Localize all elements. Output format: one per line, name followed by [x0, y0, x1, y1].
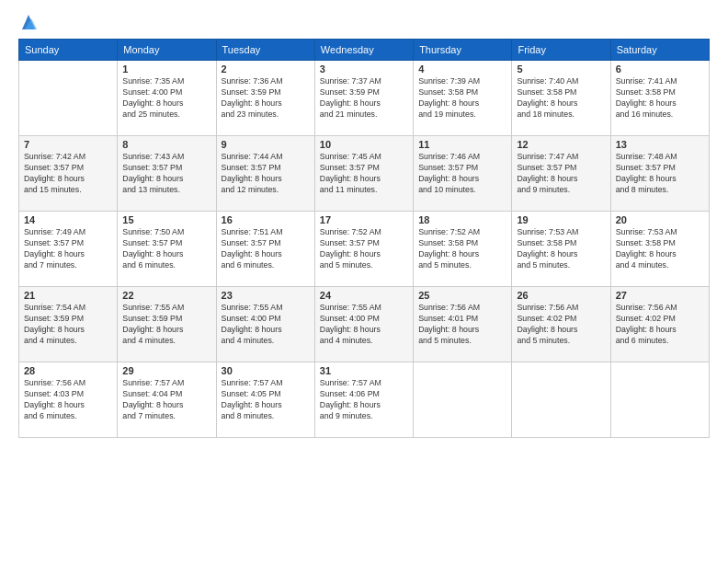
day-number: 9: [222, 139, 310, 150]
calendar-week-row: 1Sunrise: 7:35 AM Sunset: 4:00 PM Daylig…: [19, 61, 710, 136]
calendar-cell: 30Sunrise: 7:57 AM Sunset: 4:05 PM Dayli…: [216, 362, 314, 438]
day-info: Sunrise: 7:55 AM Sunset: 4:00 PM Dayligh…: [222, 303, 310, 347]
weekday-header: Monday: [118, 40, 216, 61]
calendar-cell: 31Sunrise: 7:57 AM Sunset: 4:06 PM Dayli…: [314, 362, 413, 438]
day-info: Sunrise: 7:53 AM Sunset: 3:58 PM Dayligh…: [616, 227, 704, 271]
header: [18, 15, 710, 31]
calendar-cell: 11Sunrise: 7:46 AM Sunset: 3:57 PM Dayli…: [414, 136, 512, 212]
day-info: Sunrise: 7:49 AM Sunset: 3:57 PM Dayligh…: [24, 227, 112, 271]
day-info: Sunrise: 7:56 AM Sunset: 4:03 PM Dayligh…: [24, 378, 112, 422]
calendar-cell: [610, 362, 709, 438]
day-number: 28: [24, 365, 112, 376]
day-info: Sunrise: 7:45 AM Sunset: 3:57 PM Dayligh…: [320, 152, 408, 196]
calendar-cell: 29Sunrise: 7:57 AM Sunset: 4:04 PM Dayli…: [118, 362, 216, 438]
calendar-cell: 19Sunrise: 7:53 AM Sunset: 3:58 PM Dayli…: [512, 212, 610, 287]
day-info: Sunrise: 7:56 AM Sunset: 4:02 PM Dayligh…: [517, 303, 605, 347]
day-number: 5: [517, 63, 605, 75]
day-number: 22: [122, 290, 210, 301]
calendar-cell: 1Sunrise: 7:35 AM Sunset: 4:00 PM Daylig…: [118, 61, 216, 136]
calendar-cell: 18Sunrise: 7:52 AM Sunset: 3:58 PM Dayli…: [414, 212, 512, 287]
day-info: Sunrise: 7:53 AM Sunset: 3:58 PM Dayligh…: [517, 227, 605, 271]
day-info: Sunrise: 7:57 AM Sunset: 4:06 PM Dayligh…: [320, 378, 408, 422]
day-info: Sunrise: 7:55 AM Sunset: 3:59 PM Dayligh…: [122, 303, 210, 347]
day-info: Sunrise: 7:43 AM Sunset: 3:57 PM Dayligh…: [122, 152, 210, 196]
day-info: Sunrise: 7:56 AM Sunset: 4:02 PM Dayligh…: [616, 303, 704, 347]
day-number: 2: [222, 63, 310, 75]
weekday-header: Friday: [512, 40, 610, 61]
calendar-week-row: 28Sunrise: 7:56 AM Sunset: 4:03 PM Dayli…: [19, 362, 710, 438]
day-number: 14: [24, 214, 112, 225]
day-info: Sunrise: 7:35 AM Sunset: 4:00 PM Dayligh…: [122, 76, 210, 121]
calendar-table: SundayMondayTuesdayWednesdayThursdayFrid…: [18, 39, 710, 438]
calendar-cell: 13Sunrise: 7:48 AM Sunset: 3:57 PM Dayli…: [610, 136, 709, 212]
page: SundayMondayTuesdayWednesdayThursdayFrid…: [0, 0, 728, 563]
calendar-cell: 21Sunrise: 7:54 AM Sunset: 3:59 PM Dayli…: [19, 287, 118, 362]
day-info: Sunrise: 7:41 AM Sunset: 3:58 PM Dayligh…: [616, 76, 704, 121]
day-info: Sunrise: 7:46 AM Sunset: 3:57 PM Dayligh…: [418, 152, 506, 196]
calendar-cell: 20Sunrise: 7:53 AM Sunset: 3:58 PM Dayli…: [610, 212, 709, 287]
day-info: Sunrise: 7:57 AM Sunset: 4:05 PM Dayligh…: [222, 378, 310, 422]
calendar-cell: 3Sunrise: 7:37 AM Sunset: 3:59 PM Daylig…: [314, 61, 413, 136]
day-number: 31: [320, 365, 408, 376]
calendar-cell: 24Sunrise: 7:55 AM Sunset: 4:00 PM Dayli…: [314, 287, 413, 362]
day-number: 24: [320, 290, 408, 301]
weekday-header: Tuesday: [216, 40, 314, 61]
calendar-cell: 7Sunrise: 7:42 AM Sunset: 3:57 PM Daylig…: [19, 136, 118, 212]
calendar-cell: 12Sunrise: 7:47 AM Sunset: 3:57 PM Dayli…: [512, 136, 610, 212]
day-number: 27: [616, 290, 704, 301]
day-number: 20: [616, 214, 704, 225]
logo-icon: [20, 13, 37, 31]
calendar-cell: 10Sunrise: 7:45 AM Sunset: 3:57 PM Dayli…: [314, 136, 413, 212]
calendar-cell: [414, 362, 512, 438]
calendar-cell: 16Sunrise: 7:51 AM Sunset: 3:57 PM Dayli…: [216, 212, 314, 287]
day-number: 10: [320, 139, 408, 150]
day-info: Sunrise: 7:36 AM Sunset: 3:59 PM Dayligh…: [222, 76, 310, 121]
day-number: 18: [418, 214, 506, 225]
calendar-cell: 17Sunrise: 7:52 AM Sunset: 3:57 PM Dayli…: [314, 212, 413, 287]
weekday-header: Sunday: [19, 40, 118, 61]
calendar-cell: [512, 362, 610, 438]
day-info: Sunrise: 7:55 AM Sunset: 4:00 PM Dayligh…: [320, 303, 408, 347]
calendar-cell: 4Sunrise: 7:39 AM Sunset: 3:58 PM Daylig…: [414, 61, 512, 136]
calendar-cell: 6Sunrise: 7:41 AM Sunset: 3:58 PM Daylig…: [610, 61, 709, 136]
day-number: 16: [222, 214, 310, 225]
calendar-cell: 25Sunrise: 7:56 AM Sunset: 4:01 PM Dayli…: [414, 287, 512, 362]
day-number: 25: [418, 290, 506, 301]
day-info: Sunrise: 7:37 AM Sunset: 3:59 PM Dayligh…: [320, 76, 408, 121]
day-number: 3: [320, 63, 408, 75]
calendar-week-row: 14Sunrise: 7:49 AM Sunset: 3:57 PM Dayli…: [19, 212, 710, 287]
day-info: Sunrise: 7:48 AM Sunset: 3:57 PM Dayligh…: [616, 152, 704, 196]
day-info: Sunrise: 7:47 AM Sunset: 3:57 PM Dayligh…: [517, 152, 605, 196]
calendar-cell: 22Sunrise: 7:55 AM Sunset: 3:59 PM Dayli…: [118, 287, 216, 362]
day-number: 21: [24, 290, 112, 301]
calendar-cell: 14Sunrise: 7:49 AM Sunset: 3:57 PM Dayli…: [19, 212, 118, 287]
day-number: 15: [122, 214, 210, 225]
calendar-cell: [19, 61, 118, 136]
calendar-cell: 15Sunrise: 7:50 AM Sunset: 3:57 PM Dayli…: [118, 212, 216, 287]
day-number: 29: [122, 365, 210, 376]
day-number: 4: [418, 63, 506, 75]
day-info: Sunrise: 7:50 AM Sunset: 3:57 PM Dayligh…: [122, 227, 210, 271]
day-number: 13: [616, 139, 704, 150]
calendar-week-row: 7Sunrise: 7:42 AM Sunset: 3:57 PM Daylig…: [19, 136, 710, 212]
day-number: 26: [517, 290, 605, 301]
day-info: Sunrise: 7:52 AM Sunset: 3:58 PM Dayligh…: [418, 227, 506, 271]
day-info: Sunrise: 7:54 AM Sunset: 3:59 PM Dayligh…: [24, 303, 112, 347]
day-number: 8: [122, 139, 210, 150]
day-info: Sunrise: 7:39 AM Sunset: 3:58 PM Dayligh…: [418, 76, 506, 121]
weekday-header: Saturday: [610, 40, 709, 61]
calendar-cell: 26Sunrise: 7:56 AM Sunset: 4:02 PM Dayli…: [512, 287, 610, 362]
day-info: Sunrise: 7:56 AM Sunset: 4:01 PM Dayligh…: [418, 303, 506, 347]
day-number: 6: [616, 63, 704, 75]
day-number: 30: [222, 365, 310, 376]
day-number: 23: [222, 290, 310, 301]
day-info: Sunrise: 7:42 AM Sunset: 3:57 PM Dayligh…: [24, 152, 112, 196]
day-info: Sunrise: 7:51 AM Sunset: 3:57 PM Dayligh…: [222, 227, 310, 271]
day-info: Sunrise: 7:57 AM Sunset: 4:04 PM Dayligh…: [122, 378, 210, 422]
calendar-cell: 23Sunrise: 7:55 AM Sunset: 4:00 PM Dayli…: [216, 287, 314, 362]
calendar-cell: 27Sunrise: 7:56 AM Sunset: 4:02 PM Dayli…: [610, 287, 709, 362]
calendar-cell: 28Sunrise: 7:56 AM Sunset: 4:03 PM Dayli…: [19, 362, 118, 438]
weekday-header-row: SundayMondayTuesdayWednesdayThursdayFrid…: [19, 40, 710, 61]
logo: [18, 15, 37, 31]
calendar-cell: 9Sunrise: 7:44 AM Sunset: 3:57 PM Daylig…: [216, 136, 314, 212]
